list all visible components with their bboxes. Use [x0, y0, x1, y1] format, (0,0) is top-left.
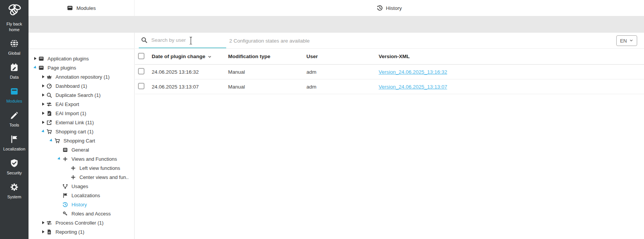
sidebar-item-tools[interactable]: Tools	[10, 111, 19, 127]
row-checkbox[interactable]	[138, 68, 144, 74]
caret-expanded-icon[interactable]	[49, 139, 53, 142]
select-all-checkbox[interactable]	[138, 53, 144, 59]
caret-collapsed-icon[interactable]	[42, 93, 44, 97]
dashboard-icon	[46, 83, 54, 89]
version-xml-link[interactable]: Version_24.06.2025_13:13:07	[379, 84, 447, 90]
table-icon	[62, 147, 70, 153]
tree-item-label: Annotation repository (1)	[56, 74, 109, 80]
tree-item-shopping-cart-1[interactable]: Shopping cart (1)	[29, 127, 134, 136]
caret-collapsed-icon[interactable]	[42, 75, 44, 78]
app-window: Fly back home GlobalDataModulesToolsLoca…	[0, 0, 644, 239]
tree-item-label: Usages	[71, 184, 88, 189]
search-row: 2 Configuration states are available EN	[135, 33, 644, 49]
cart-icon	[46, 129, 54, 135]
crown-icon	[46, 74, 54, 80]
tree-item-shopping-cart[interactable]: Shopping Cart	[29, 136, 134, 145]
search-field[interactable]	[139, 33, 226, 48]
tree-item-localizations[interactable]: Localizations	[29, 191, 134, 200]
tree-item-label: Reporting (1)	[56, 229, 84, 235]
magnifier-icon	[46, 92, 54, 98]
tree-item-history[interactable]: History	[29, 200, 134, 209]
caret-collapsed-icon[interactable]	[42, 230, 44, 233]
panel-title-history[interactable]: History	[135, 0, 644, 16]
cell-date: 24.06.2025 13:16:32	[152, 69, 228, 75]
caret-expanded-icon[interactable]	[41, 130, 45, 133]
modules-icon	[10, 87, 19, 98]
plus-icon	[62, 156, 70, 162]
table-row[interactable]: 24.06.2025 13:13:07ManualadmVersion_24.0…	[135, 79, 644, 94]
tree-item-dashboard-1[interactable]: Dashboard (1)	[29, 81, 134, 90]
tree-item-application-plugins[interactable]: Application plugins	[29, 54, 134, 63]
tree-item-left-view-functions[interactable]: Left view functions	[29, 163, 134, 173]
plus-icon	[70, 165, 78, 171]
tree-item-duplicate-search-1[interactable]: Duplicate Search (1)	[29, 90, 134, 100]
sidebar-item-security[interactable]: Security	[7, 158, 22, 175]
arrows-icon	[46, 101, 54, 107]
fly-back-home-button[interactable]: Fly back home	[3, 2, 26, 33]
sidebar-item-data[interactable]: Data	[10, 63, 19, 79]
tree-item-label: Views and Functions	[71, 156, 117, 162]
column-header-user[interactable]: User	[306, 54, 379, 59]
caret-collapsed-icon[interactable]	[34, 57, 36, 60]
tree-caret-slot	[40, 112, 46, 115]
calendar-icon	[10, 63, 19, 74]
tree-item-views-and-functions[interactable]: Views and Functions	[29, 154, 134, 163]
sidebar-item-system[interactable]: System	[7, 182, 21, 199]
sidebar-item-label: Data	[10, 75, 19, 79]
caret-collapsed-icon[interactable]	[42, 112, 44, 115]
tree-item-eai-export[interactable]: EAI Export	[29, 100, 134, 109]
search-input[interactable]	[151, 37, 226, 43]
caret-expanded-icon[interactable]	[57, 157, 61, 161]
tree-item-label: Process Controller (1)	[56, 220, 103, 226]
caret-collapsed-icon[interactable]	[42, 103, 44, 106]
tree-item-label: Shopping cart (1)	[56, 129, 94, 135]
arrows-icon	[46, 220, 54, 226]
tree-item-label: Shopping Cart	[63, 138, 95, 144]
caret-collapsed-icon[interactable]	[42, 121, 44, 124]
tab-modules[interactable]: Modules	[29, 0, 135, 16]
row-checkbox[interactable]	[138, 83, 144, 89]
column-header-date[interactable]: Date of plugin change	[152, 54, 228, 59]
tree-caret-slot	[40, 221, 46, 224]
tree-item-external-link-11[interactable]: External Link (11)	[29, 118, 134, 127]
caret-expanded-icon[interactable]	[33, 66, 37, 70]
sidebar-item-localization[interactable]: Localization	[3, 135, 25, 151]
sidebar-item-modules[interactable]: Modules	[6, 87, 22, 103]
caret-collapsed-icon[interactable]	[42, 84, 44, 87]
sidebar-item-label: System	[7, 195, 21, 199]
tree-caret-slot	[40, 103, 46, 106]
tree-caret-slot	[40, 84, 46, 87]
tree-item-center-views-and-fun[interactable]: Center views and fun..	[29, 173, 134, 182]
tree-item-label: EAI Export	[56, 101, 79, 107]
caret-collapsed-icon[interactable]	[42, 221, 44, 224]
module-folder-icon	[38, 65, 46, 71]
tree-item-general[interactable]: General	[29, 145, 134, 154]
history-panel: 2 Configuration states are available EN …	[135, 33, 644, 239]
fly-back-home-label: Fly back home	[3, 21, 26, 33]
tree-item-label: External Link (11)	[56, 120, 94, 125]
column-header-modification-type[interactable]: Modification type	[228, 54, 306, 59]
version-xml-link[interactable]: Version_24.06.2025_13:16:32	[379, 69, 447, 75]
tree-item-label: History	[71, 202, 87, 207]
panel-title-history-label: History	[386, 5, 402, 11]
chevron-down-icon	[629, 38, 633, 44]
gear-icon	[10, 182, 19, 193]
tree-item-usages[interactable]: Usages	[29, 182, 134, 191]
language-selector-label: EN	[620, 38, 627, 44]
modules-folder-icon	[67, 5, 73, 11]
cell-date: 24.06.2025 13:13:07	[152, 84, 228, 90]
key-icon	[62, 211, 70, 217]
tree-item-eai-import-1[interactable]: EAI Import (1)	[29, 109, 134, 118]
tree-caret-slot	[40, 130, 46, 133]
tree-item-annotation-repository-1[interactable]: Annotation repository (1)	[29, 72, 134, 81]
column-header-version-xml[interactable]: Version-XML	[379, 54, 644, 59]
tree-caret-slot	[40, 93, 46, 97]
tree-item-reporting-1[interactable]: Reporting (1)	[29, 227, 134, 236]
tree-item-process-controller-1[interactable]: Process Controller (1)	[29, 218, 134, 227]
language-selector[interactable]: EN	[616, 35, 637, 46]
sidebar-item-global[interactable]: Global	[8, 39, 21, 55]
tree-item-page-plugins[interactable]: Page plugins	[29, 63, 134, 72]
pencil-icon	[10, 111, 19, 122]
tree-item-roles-and-access[interactable]: Roles and Access	[29, 209, 134, 218]
table-row[interactable]: 24.06.2025 13:16:32ManualadmVersion_24.0…	[135, 65, 644, 79]
